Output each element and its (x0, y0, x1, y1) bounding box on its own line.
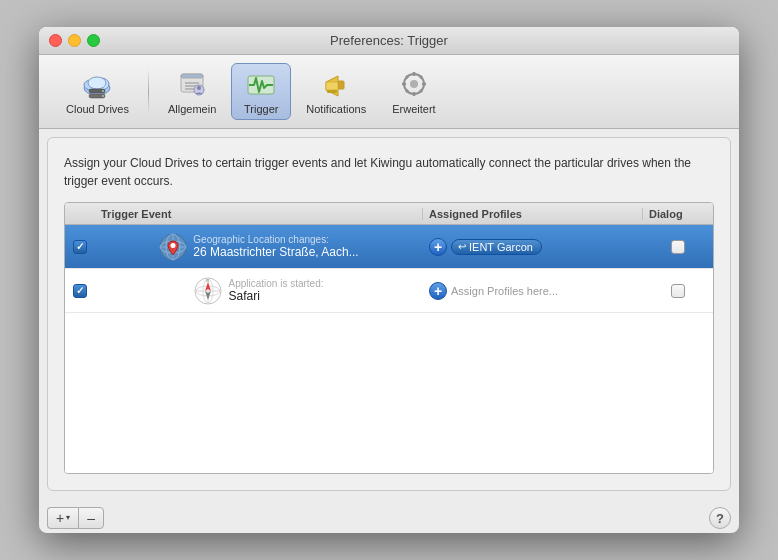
location-icon (159, 233, 187, 261)
header-dialog: Dialog (643, 208, 713, 220)
header-trigger-event: Trigger Event (95, 208, 423, 220)
svg-text:N: N (207, 279, 209, 283)
profile-arrow-icon: ↩ (458, 241, 466, 252)
toolbar: Cloud Drives Allgemein (39, 55, 739, 129)
row1-subtitle: Geographic Location changes: (193, 234, 358, 245)
row1-check-cell (65, 236, 95, 258)
traffic-lights (49, 34, 100, 47)
row1-event-icon-row: Geographic Location changes: 26 Maastric… (159, 233, 358, 261)
row2-add-profile-btn[interactable]: + (429, 282, 447, 300)
row1-dialog-checkbox[interactable] (671, 240, 685, 254)
svg-rect-25 (422, 83, 426, 86)
bottom-bar: +▾ – ? (47, 499, 731, 529)
erweitert-label: Erweitert (392, 103, 435, 115)
notifications-icon (320, 68, 352, 100)
svg-point-21 (410, 80, 418, 88)
table-body: Geographic Location changes: 26 Maastric… (65, 225, 713, 473)
erweitert-icon (398, 68, 430, 100)
row2-dialog-checkbox[interactable] (671, 284, 685, 298)
allgemein-icon (176, 68, 208, 100)
svg-rect-18 (326, 82, 338, 90)
help-button[interactable]: ? (709, 507, 731, 529)
preferences-window: Preferences: Trigger Cloud Drives (39, 27, 739, 533)
cloud-drives-icon (81, 68, 113, 100)
svg-rect-24 (402, 83, 406, 86)
toolbar-item-trigger[interactable]: Trigger (231, 63, 291, 120)
row2-profiles-cell: + Assign Profiles here... (423, 278, 643, 304)
row1-add-profile-btn[interactable]: + (429, 238, 447, 256)
remove-button[interactable]: – (78, 507, 104, 529)
trigger-table: Trigger Event Assigned Profiles Dialog (64, 202, 714, 474)
row1-title: 26 Maastrichter Straße, Aach... (193, 245, 358, 259)
empty-table-space (65, 313, 713, 473)
svg-rect-17 (338, 81, 344, 89)
row2-event-icon-row: N Application is started: Safari (194, 277, 323, 305)
row2-dialog-cell (643, 280, 713, 302)
cloud-drives-label: Cloud Drives (66, 103, 129, 115)
row2-subtitle: Application is started: (228, 278, 323, 289)
row2-event-cell: N Application is started: Safari (95, 273, 423, 309)
svg-point-35 (171, 243, 176, 248)
toolbar-item-erweitert[interactable]: Erweitert (381, 63, 446, 120)
notifications-label: Notifications (306, 103, 366, 115)
toolbar-item-cloud-drives[interactable]: Cloud Drives (55, 63, 140, 120)
table-row[interactable]: N Application is started: Safari + Assig… (65, 269, 713, 313)
trigger-label: Trigger (244, 103, 278, 115)
row1-dialog-cell (643, 236, 713, 258)
trigger-icon (245, 68, 277, 100)
maximize-button[interactable] (87, 34, 100, 47)
row2-assign-placeholder: Assign Profiles here... (451, 285, 558, 297)
row1-profile-tag[interactable]: ↩ IENT Garcon (451, 239, 542, 255)
toolbar-item-notifications[interactable]: Notifications (295, 63, 377, 120)
svg-point-6 (102, 90, 104, 92)
content-area: Assign your Cloud Drives to certain trig… (47, 137, 731, 491)
row2-title: Safari (228, 289, 323, 303)
svg-point-14 (197, 86, 201, 90)
description-text: Assign your Cloud Drives to certain trig… (64, 154, 714, 190)
table-header: Trigger Event Assigned Profiles Dialog (65, 203, 713, 225)
window-title: Preferences: Trigger (330, 33, 448, 48)
toolbar-separator-1 (148, 69, 149, 114)
row1-profiles-cell: + ↩ IENT Garcon (423, 234, 643, 260)
svg-rect-23 (412, 92, 415, 96)
titlebar: Preferences: Trigger (39, 27, 739, 55)
row2-event-text: Application is started: Safari (228, 278, 323, 303)
svg-rect-22 (412, 72, 415, 76)
svg-point-7 (102, 95, 104, 97)
header-assigned-profiles: Assigned Profiles (423, 208, 643, 220)
row2-check-cell (65, 280, 95, 302)
close-button[interactable] (49, 34, 62, 47)
add-button[interactable]: +▾ (47, 507, 78, 529)
row1-event-text: Geographic Location changes: 26 Maastric… (193, 234, 358, 259)
row1-checkbox[interactable] (73, 240, 87, 254)
row1-profile-name: IENT Garcon (469, 241, 533, 253)
safari-icon: N (194, 277, 222, 305)
svg-rect-19 (327, 90, 337, 93)
add-dropdown-arrow: ▾ (66, 514, 70, 522)
svg-rect-9 (181, 74, 203, 78)
toolbar-item-allgemein[interactable]: Allgemein (157, 63, 227, 120)
row2-checkbox[interactable] (73, 284, 87, 298)
minimize-button[interactable] (68, 34, 81, 47)
svg-point-3 (88, 77, 106, 89)
allgemein-label: Allgemein (168, 103, 216, 115)
row1-event-cell: Geographic Location changes: 26 Maastric… (95, 229, 423, 265)
table-row[interactable]: Geographic Location changes: 26 Maastric… (65, 225, 713, 269)
add-remove-buttons: +▾ – (47, 507, 104, 529)
